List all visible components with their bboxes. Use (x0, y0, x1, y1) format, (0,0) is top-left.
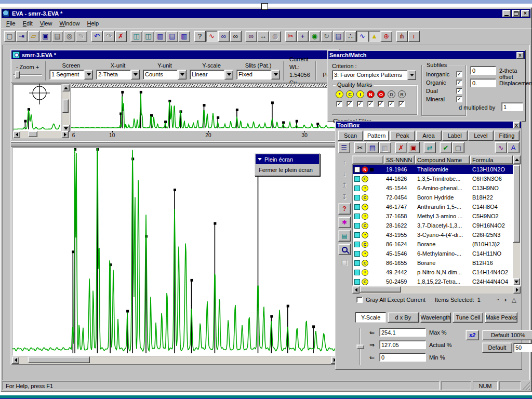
d-multiplied-input[interactable] (501, 102, 523, 111)
cut-range-button[interactable]: ✂ (285, 31, 297, 42)
scroll-down-button[interactable] (513, 278, 520, 285)
chevron-down-icon[interactable] (84, 70, 93, 79)
quality-mark-R-checkbox[interactable]: ✓ (398, 101, 405, 107)
table-row[interactable]: *49-2442p-Nitro-N,N-dim...C14H14N4O2 (353, 268, 513, 277)
scroll-up-button[interactable] (62, 84, 70, 91)
column-header-Formula[interactable]: Formula (470, 155, 513, 164)
print-preview-button[interactable]: ◎ (63, 31, 75, 42)
info-button[interactable]: i (408, 31, 420, 42)
main-plot[interactable] (12, 148, 338, 356)
scroll-thumb[interactable] (28, 131, 37, 137)
chevron-down-icon[interactable] (407, 70, 416, 80)
list-horizontal-scrollbar[interactable] (352, 286, 521, 294)
scroll-thumb[interactable] (513, 165, 520, 243)
table-row[interactable]: *43-19553-Cyano-4-(4'-di...C26H25N3 (353, 230, 513, 240)
resize-triangle-icon[interactable]: △ (512, 296, 516, 303)
copy-button[interactable]: ▤ (366, 142, 379, 153)
y-scale-dropdown[interactable]: Linear (190, 70, 233, 79)
main-titlebar[interactable]: EVA - smrr-3.EVA * × (2, 9, 530, 18)
axis-pointer-button[interactable]: + (297, 31, 309, 42)
scale-axes-button[interactable]: ↔ (257, 31, 269, 42)
delete-pattern-button[interactable]: ✗ (395, 142, 407, 153)
search-match-titlebar[interactable]: Search/Match x (328, 51, 525, 59)
range-selector-bar[interactable] (71, 83, 338, 87)
replace-pattern-button[interactable]: ▣ (407, 142, 420, 153)
wavelength-button[interactable]: Wavelength (420, 312, 451, 323)
zoom-to-button[interactable] (338, 244, 351, 255)
print-button[interactable]: ▤ (51, 31, 63, 42)
column-header-SS-NNNN[interactable]: SS-NNNN (383, 155, 415, 164)
menu-help[interactable]: Help (84, 19, 103, 28)
colors-button[interactable]: ✱ (338, 217, 351, 228)
rotate-3d-button[interactable]: ↻ (321, 31, 332, 42)
slits-pat--dropdown[interactable]: Fixed (236, 70, 280, 79)
table-row[interactable]: *46-1747Anthrarufin 1,5-...C14H8O4 (353, 202, 513, 211)
context-menu-item-close-fullscreen[interactable]: Fermer le plein écran (256, 164, 319, 175)
curve-fit-button[interactable]: ∿ (356, 31, 368, 42)
tune-cell-button[interactable]: Tune Cell (453, 312, 483, 323)
search-list-button[interactable]: ∞ (230, 31, 242, 42)
subfile-dual-checkbox[interactable]: ✓ (456, 88, 462, 94)
column-header-Compound Name[interactable]: Compound Name (415, 155, 470, 164)
quality-mark-O-checkbox[interactable]: ✓ (378, 101, 384, 107)
menu-view[interactable]: View (36, 19, 56, 28)
column-header-icons[interactable] (352, 155, 383, 164)
menu-window[interactable]: Window (56, 19, 83, 28)
zoom-slider-thumb[interactable] (15, 71, 20, 78)
search-binoculars-button[interactable]: ∞ (218, 31, 230, 42)
cluster-tree-button[interactable]: ⋔ (396, 31, 408, 42)
chevron-down-icon[interactable] (224, 70, 233, 79)
min--input[interactable] (379, 353, 426, 362)
scatter-pointer-button[interactable]: ∴ (344, 31, 356, 42)
table-row[interactable]: C28-16223,7-Diacetyl-1,3...C9H16N4O2 (353, 221, 513, 230)
zoom-slider[interactable] (13, 71, 42, 78)
cascade-windows-button[interactable]: ◫ (130, 31, 142, 42)
maximize-button[interactable] (512, 10, 520, 17)
new-document-button[interactable]: ▢ (4, 31, 16, 42)
menu-file[interactable]: File (3, 19, 19, 28)
y-unit-dropdown[interactable]: Counts (143, 70, 187, 79)
zoom-minus-label[interactable]: - (16, 64, 18, 70)
x2-button[interactable]: x2 (466, 330, 479, 340)
tab-area[interactable]: Area (416, 130, 441, 141)
bullseye-button[interactable]: ◉ (309, 31, 321, 42)
tab-level[interactable]: Level (468, 130, 494, 141)
properties-button[interactable]: ? (338, 203, 351, 215)
y-scale-slider-thumb[interactable] (356, 344, 364, 349)
make-peaks-button[interactable]: Make Peaks (485, 312, 517, 323)
chart-cursor-button[interactable]: ∿ (206, 31, 218, 42)
table-row[interactable]: *37-1658Methyl 3-amino ...C5H9NO2 (353, 211, 513, 221)
report-pointer-button[interactable]: ▤ (332, 31, 344, 42)
subfile-inorganic-checkbox[interactable]: ✓ (456, 71, 462, 77)
splitter-bar[interactable] (11, 140, 339, 147)
zoom-plus-label[interactable]: + (36, 64, 39, 70)
quality-mark-D-checkbox[interactable]: ✓ (388, 101, 394, 107)
open-folder-button[interactable]: ▱ (28, 31, 39, 42)
scroll-track[interactable] (19, 356, 331, 364)
list-vertical-scrollbar[interactable] (513, 165, 520, 285)
close-button[interactable]: × (521, 10, 529, 17)
table-row[interactable]: *45-15466-Methylamino-...C14H11NO (353, 249, 513, 258)
table-row[interactable]: C44-16261,3,5-Trinitrobe...C6H3N3O6 (353, 174, 513, 183)
scroll-left-button[interactable] (12, 356, 19, 364)
table-row[interactable]: C86-1655BoraneB12H16 (353, 258, 513, 268)
search-peaks-button[interactable]: ∞ (245, 31, 257, 42)
y-scale-button[interactable]: Y-Scale (355, 312, 386, 323)
format-list-button[interactable]: ☰ (338, 142, 350, 153)
table-row[interactable]: ✓N19-1946ThalidomideC13H10N2O (353, 165, 513, 174)
menu-edit[interactable]: Edit (19, 19, 36, 28)
delete-scan-button[interactable]: ✗ (115, 31, 127, 42)
toolbox-titlebar[interactable]: ToolBox x (336, 122, 521, 128)
uncheck-selected-button[interactable]: ▢ (452, 142, 464, 153)
mini-vertical-scrollbar[interactable] (62, 84, 70, 132)
close-icon[interactable]: x (513, 122, 520, 128)
cascade-refresh-button[interactable]: ◫ (142, 31, 154, 42)
displacement-input[interactable] (470, 78, 496, 87)
tile-horizontal-button[interactable]: ▤ (166, 31, 178, 42)
scroll-right-button[interactable] (513, 286, 521, 294)
scroll-thumb[interactable] (360, 286, 401, 292)
tab-scan[interactable]: Scan (338, 130, 363, 141)
scroll-thumb[interactable] (28, 356, 90, 363)
table-row[interactable]: C50-24591,8,15,22-Tetra...C24H44N4O4 (353, 277, 513, 286)
overview-plot[interactable] (71, 87, 338, 131)
